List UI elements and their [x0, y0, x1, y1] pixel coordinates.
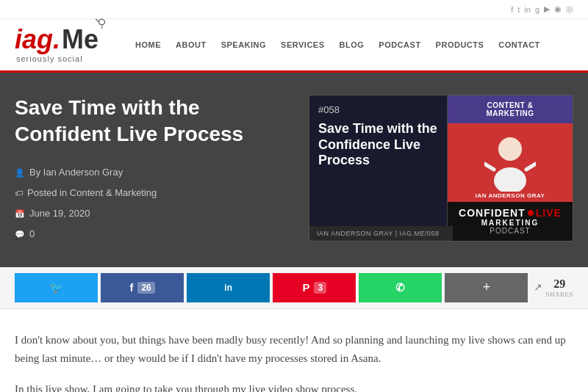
comment-icon: 💬: [15, 226, 25, 242]
meta-date-row: 📅 June 19, 2020: [15, 204, 287, 223]
hero-title: Save Time with the Confident Live Proces…: [15, 95, 287, 148]
site-header: iag. Me seriously social HOME ABOUT SPEA…: [0, 19, 588, 73]
twitter-icon: 🐦: [49, 280, 64, 294]
brand-marketing: MARKETING: [452, 219, 568, 227]
date-text: June 19, 2020: [29, 204, 90, 223]
brand-live: LIVE: [536, 208, 562, 219]
nav-blog[interactable]: BLOG: [332, 37, 372, 52]
linkedin-social-icon[interactable]: in: [524, 5, 531, 14]
content-area: I don't know about you, but things have …: [0, 309, 588, 392]
svg-point-0: [99, 19, 105, 25]
whatsapp-icon: ✆: [395, 281, 405, 294]
category-icon: 🏷: [15, 185, 23, 201]
meta-category-row: 🏷 Posted in Content & Marketing: [15, 184, 287, 203]
logo-me-container: Me: [62, 26, 98, 53]
googleplus-social-icon[interactable]: g: [535, 5, 539, 14]
pinterest-share-count: 3: [314, 282, 326, 294]
svg-line-4: [526, 164, 536, 170]
podcast-card: #058 Save Time with the Confidence Live …: [309, 95, 573, 241]
category-text: Posted in Content & Marketing: [27, 184, 157, 203]
share-arrow-icon: ↗: [534, 281, 542, 294]
logo-subtitle: seriously social: [15, 54, 98, 63]
podcast-card-image: #058 Save Time with the Confidence Live …: [309, 95, 573, 242]
person-name: IAN ANDERSON GRAY: [476, 192, 545, 199]
card-title: Save Time with the Confidence Live Proce…: [318, 121, 438, 169]
nav-contact[interactable]: CONTACT: [491, 37, 547, 52]
share-bar: 🐦 f 26 in P 3 ✆ + ↗ 29 SHARES: [0, 267, 588, 309]
linkedin-icon: in: [224, 283, 232, 293]
person-image: IAN ANDERSON GRAY: [448, 123, 573, 202]
nav-services[interactable]: SERVICES: [273, 37, 331, 52]
brand-area: CONFIDENT LIVE MARKETING PODCAST: [448, 202, 573, 241]
social-bar: f t in g ▶ ◉ ◎: [0, 0, 588, 19]
card-tag: Content & Marketing: [448, 95, 573, 123]
main-nav: HOME ABOUT SPEAKING SERVICES BLOG PODCAS…: [128, 37, 548, 52]
content-paragraph-1: I don't know about you, but things have …: [15, 331, 573, 369]
calendar-icon: 📅: [15, 206, 25, 222]
shares-number: 29: [553, 277, 565, 291]
author-text: By Ian Anderson Gray: [29, 163, 123, 182]
facebook-share-count: 26: [137, 282, 154, 294]
linkedin-share-button[interactable]: in: [187, 273, 270, 302]
author-icon: 👤: [15, 164, 25, 181]
facebook-icon: f: [129, 281, 133, 294]
nav-speaking[interactable]: SPEAKING: [214, 37, 273, 52]
comments-count: 0: [29, 225, 35, 244]
content-paragraph-2: In this live show, I am going to take yo…: [15, 380, 573, 392]
total-shares: ↗ 29 SHARES: [534, 277, 573, 298]
meta-author-row: 👤 By Ian Anderson Gray: [15, 163, 287, 182]
hero-text: Save Time with the Confident Live Proces…: [15, 95, 287, 245]
logo-bird-icon: [93, 18, 107, 35]
brand-confident: CONFIDENT: [459, 208, 526, 219]
pinterest-icon: P: [302, 281, 309, 294]
twitter-social-icon[interactable]: t: [517, 5, 520, 14]
more-icon: +: [483, 280, 491, 295]
card-bottom-text: IAN ANDERSON GRAY | IAG.ME/058: [309, 226, 453, 241]
pinterest-share-button[interactable]: P 3: [273, 273, 356, 302]
youtube-social-icon[interactable]: ▶: [544, 4, 550, 14]
brand-podcast: PODCAST: [452, 227, 568, 235]
facebook-share-button[interactable]: f 26: [101, 273, 184, 302]
record-dot-icon: [528, 210, 534, 216]
shares-label: SHARES: [545, 291, 573, 298]
hero-section: Save Time with the Confident Live Proces…: [0, 73, 588, 267]
whatsapp-share-button[interactable]: ✆: [359, 273, 442, 302]
meta-comments-row: 💬 0: [15, 225, 287, 244]
nav-about[interactable]: ABOUT: [168, 37, 214, 52]
more-share-button[interactable]: +: [445, 273, 528, 302]
episode-number: #058: [318, 104, 438, 115]
facebook-social-icon[interactable]: f: [511, 5, 513, 14]
logo-iag: iag.: [15, 26, 60, 53]
nav-podcast[interactable]: PODCAST: [371, 37, 428, 52]
svg-point-2: [494, 167, 526, 192]
svg-point-1: [498, 137, 522, 161]
twitter-share-button[interactable]: 🐦: [15, 273, 98, 302]
nav-home[interactable]: HOME: [128, 37, 168, 52]
rss-social-icon[interactable]: ◎: [566, 4, 573, 14]
site-logo[interactable]: iag. Me seriously social: [15, 26, 98, 63]
nav-products[interactable]: PRODUCTS: [429, 37, 492, 52]
svg-line-3: [484, 164, 494, 170]
hero-meta: 👤 By Ian Anderson Gray 🏷 Posted in Conte…: [15, 163, 287, 244]
instagram-social-icon[interactable]: ◉: [554, 4, 562, 14]
